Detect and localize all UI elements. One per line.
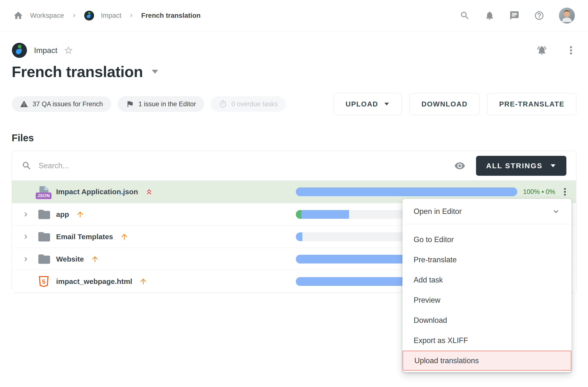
notifications-bell-icon[interactable] — [484, 10, 495, 21]
breadcrumb-workspace[interactable]: Workspace — [30, 12, 64, 20]
menu-list: Go to Editor Pre-translate Add task Prev… — [402, 224, 571, 371]
file-context-menu: Open in Editor Go to Editor Pre-translat… — [402, 199, 571, 372]
files-heading: Files — [12, 133, 576, 143]
file-row-left: 5 impact_webpage.html — [21, 274, 296, 289]
file-name: impact_webpage.html — [56, 277, 132, 286]
qa-issues-label: 37 QA issues for French — [33, 100, 103, 108]
chat-icon[interactable] — [509, 10, 520, 21]
top-bar: Workspace Impact French translation — [0, 0, 588, 31]
editor-issues-badge[interactable]: 1 issue in the Editor — [118, 96, 204, 112]
status-badges: 37 QA issues for French 1 issue in the E… — [12, 96, 286, 112]
file-row-left: app — [21, 207, 296, 222]
action-buttons: UPLOAD DOWNLOAD PRE-TRANSLATE — [334, 93, 576, 115]
search-icon — [21, 161, 32, 171]
chevron-down-icon — [552, 207, 560, 216]
chevron-right-icon — [71, 12, 77, 19]
overdue-tasks-label: 0 overdue tasks — [231, 100, 278, 108]
folder-name: Website — [56, 255, 84, 263]
download-button-label: DOWNLOAD — [421, 100, 467, 108]
arrow-up-icon — [139, 277, 148, 286]
upload-caret-icon — [384, 103, 389, 105]
flag-icon — [126, 100, 134, 108]
expand-folder-chevron-icon[interactable] — [21, 210, 37, 219]
file-row-left: Website — [21, 252, 296, 266]
folder-name: Email Templates — [56, 233, 113, 241]
menu-item-upload-translations[interactable]: Upload translations — [402, 351, 571, 371]
menu-item-pre-translate[interactable]: Pre-translate — [402, 250, 571, 270]
svg-text:5: 5 — [42, 278, 45, 285]
warning-icon — [20, 100, 28, 108]
topbar-actions — [460, 7, 575, 23]
menu-item-add-task[interactable]: Add task — [402, 270, 571, 290]
stats-row: 37 QA issues for French 1 issue in the E… — [12, 93, 576, 115]
visibility-eye-icon[interactable] — [454, 160, 465, 171]
pretranslate-button-label: PRE-TRANSLATE — [499, 100, 565, 108]
title-dropdown-caret-icon[interactable] — [152, 70, 158, 74]
expand-folder-chevron-icon[interactable] — [21, 233, 37, 241]
stopwatch-icon — [219, 100, 227, 108]
files-search-row: ALL STRINGS — [12, 151, 576, 181]
favorite-star-icon[interactable] — [64, 46, 73, 55]
editor-issues-label: 1 issue in the Editor — [138, 100, 196, 108]
json-file-icon: JSON — [37, 184, 51, 199]
arrow-up-icon — [91, 255, 99, 264]
menu-item-download[interactable]: Download — [402, 310, 571, 330]
project-header: Impact — [12, 43, 576, 58]
expand-folder-chevron-icon[interactable] — [21, 255, 37, 263]
html-file-icon: 5 — [37, 274, 56, 289]
pretranslate-button[interactable]: PRE-TRANSLATE — [487, 93, 576, 115]
menu-item-open-in-editor[interactable]: Open in Editor — [402, 199, 571, 224]
app-screen: Workspace Impact French translation — [0, 0, 588, 387]
project-header-actions — [537, 45, 576, 56]
breadcrumb-project[interactable]: Impact — [101, 12, 122, 20]
page-title-row: French translation — [12, 63, 576, 80]
file-name: Impact Application.json — [56, 188, 138, 196]
files-search-input[interactable] — [39, 161, 454, 170]
folder-name: app — [56, 210, 69, 219]
menu-item-preview[interactable]: Preview — [402, 290, 571, 310]
priority-high-icon — [145, 187, 153, 196]
help-icon[interactable] — [534, 10, 544, 21]
json-badge: JSON — [36, 193, 51, 199]
folder-icon — [37, 207, 56, 222]
file-row-left: JSON Impact Application.json — [21, 184, 296, 199]
progress-percentages: 100% • 0% — [517, 188, 560, 196]
menu-item-export-as-xliff[interactable]: Export as XLIFF — [402, 330, 571, 351]
qa-issues-badge[interactable]: 37 QA issues for French — [12, 96, 111, 112]
user-avatar[interactable] — [559, 7, 575, 23]
menu-header-label: Open in Editor — [414, 207, 462, 216]
upload-button[interactable]: UPLOAD — [334, 93, 402, 115]
upload-button-label: UPLOAD — [346, 100, 378, 108]
filter-caret-icon — [551, 164, 555, 167]
home-icon[interactable] — [13, 10, 23, 21]
strings-filter-button[interactable]: ALL STRINGS — [476, 156, 567, 176]
search-icon[interactable] — [460, 10, 470, 21]
project-logo — [12, 43, 27, 58]
project-logo-small — [84, 10, 94, 21]
breadcrumb: Workspace Impact French translation — [13, 10, 201, 21]
file-icon-box: JSON — [37, 184, 56, 199]
breadcrumb-current: French translation — [141, 12, 201, 20]
project-name: Impact — [34, 46, 57, 55]
subscribe-bell-icon[interactable] — [537, 45, 547, 56]
project-more-kebab-icon[interactable] — [566, 45, 576, 56]
folder-icon — [37, 230, 56, 244]
chevron-right-icon — [128, 12, 135, 19]
folder-icon — [37, 252, 56, 266]
arrow-up-icon — [76, 210, 84, 219]
arrow-up-icon — [120, 232, 129, 241]
row-menu-kebab-icon[interactable] — [560, 186, 570, 197]
page-title: French translation — [12, 63, 143, 80]
overdue-tasks-badge[interactable]: 0 overdue tasks — [210, 96, 286, 112]
menu-item-go-to-editor[interactable]: Go to Editor — [402, 229, 571, 250]
file-row-left: Email Templates — [21, 230, 296, 244]
strings-filter-label: ALL STRINGS — [486, 162, 543, 170]
progress-bar — [296, 187, 517, 196]
download-button[interactable]: DOWNLOAD — [409, 93, 480, 115]
